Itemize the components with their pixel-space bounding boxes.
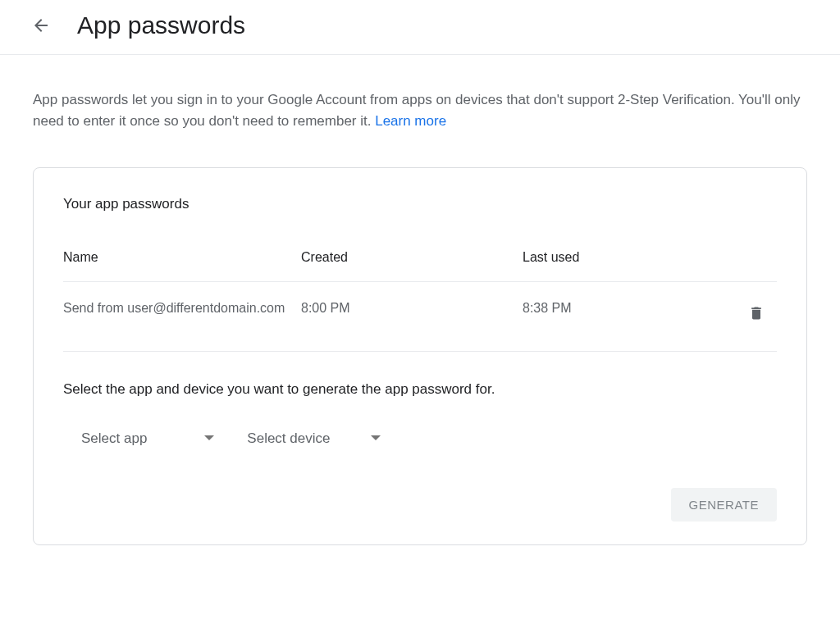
content: App passwords let you sign in to your Go… [0,55,840,562]
app-passwords-table: Name Created Last used Send from user@di… [63,250,777,352]
col-header-lastused: Last used [523,250,736,265]
generate-row: GENERATE [63,488,777,522]
trash-icon [748,304,765,328]
delete-button[interactable] [742,302,771,331]
select-app-dropdown[interactable]: Select app [81,430,214,447]
select-app-label: Select app [81,430,147,447]
col-header-name: Name [63,250,301,265]
row-lastused: 8:38 PM [523,298,736,318]
select-prompt: Select the app and device you want to ge… [63,381,777,398]
generate-button[interactable]: GENERATE [671,488,777,522]
row-name: Send from user@differentdomain.com [63,298,301,318]
row-created: 8:00 PM [301,298,523,318]
select-section: Select the app and device you want to ge… [63,352,777,522]
table-row: Send from user@differentdomain.com 8:00 … [63,282,777,352]
chevron-down-icon [204,431,214,446]
col-header-action [736,250,777,265]
chevron-down-icon [371,431,381,446]
table-header: Name Created Last used [63,250,777,282]
card-heading: Your app passwords [63,196,777,212]
col-header-created: Created [301,250,523,265]
description: App passwords let you sign in to your Go… [33,89,807,133]
page-title: App passwords [77,11,245,39]
learn-more-link[interactable]: Learn more [375,113,446,129]
select-device-dropdown[interactable]: Select device [247,430,381,447]
page-header: App passwords [0,0,840,55]
selects-row: Select app Select device [63,430,777,447]
back-arrow-icon[interactable] [31,16,51,35]
app-passwords-card: Your app passwords Name Created Last use… [33,167,807,545]
select-device-label: Select device [247,430,330,447]
